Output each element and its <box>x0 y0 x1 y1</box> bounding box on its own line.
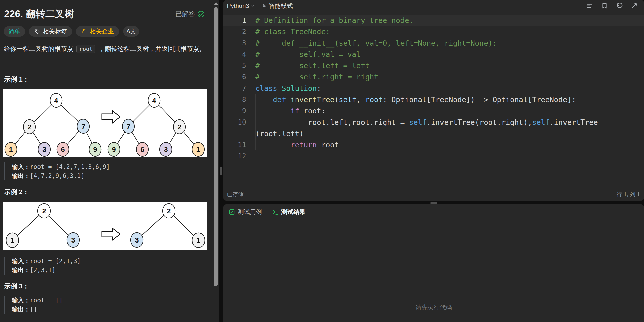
smart-mode-label: 智能模式 <box>269 2 293 10</box>
page-title: 226. 翻转二叉树 <box>4 8 74 20</box>
input-label: 输入： <box>12 258 30 264</box>
code-row: 2# class TreeNode: <box>223 26 644 37</box>
indent-guide <box>291 116 291 139</box>
invert-arrow-icon <box>102 111 120 123</box>
code-editor[interactable]: 1# Definition for a binary tree node.2# … <box>223 15 644 162</box>
language-selector[interactable]: Python3 <box>227 2 255 9</box>
example-1-tree-image: 42713694729631 <box>3 89 207 157</box>
code-line: def invertTree(self, root: Optional[Tree… <box>255 95 576 104</box>
svg-text:3: 3 <box>42 146 46 153</box>
inline-code-root: root <box>76 45 95 53</box>
code-line: (root.left) <box>255 129 304 138</box>
output-label: 输出： <box>12 306 30 313</box>
example-2-heading: 示例 2： <box>4 188 29 196</box>
saved-status: 已存储 <box>227 191 244 198</box>
fullscreen-icon[interactable] <box>630 2 638 10</box>
svg-text:4: 4 <box>152 97 156 104</box>
check-circle-icon <box>197 10 205 18</box>
code-line: class Solution: <box>255 84 321 93</box>
code-row: (root.left) <box>223 128 644 139</box>
example-3-heading: 示例 3： <box>4 282 29 291</box>
svg-text:1: 1 <box>10 236 14 244</box>
example-2-io: 输入：root = [2,1,3] 输出：[2,3,1] <box>4 257 81 275</box>
code-row: 4# self.val = val <box>223 49 644 60</box>
line-number: 5 <box>223 62 255 69</box>
code-row: 11 return root <box>223 139 644 150</box>
svg-text:1: 1 <box>196 236 200 244</box>
example-1-heading: 示例 1： <box>4 75 29 84</box>
code-line: # self.val = val <box>255 50 361 59</box>
line-number: 10 <box>223 118 255 126</box>
code-line: # def __init__(self, val=0, left=None, r… <box>255 39 497 47</box>
svg-text:9: 9 <box>112 146 116 153</box>
terminal-icon <box>272 209 279 215</box>
code-editor-panel: Python3 智能模式 <box>223 0 644 201</box>
line-number: 7 <box>223 84 255 92</box>
format-code-icon[interactable] <box>586 2 593 10</box>
output-value: [2,3,1] <box>30 267 55 274</box>
panel-resize-handle-vertical[interactable] <box>220 167 222 175</box>
svg-text:2: 2 <box>42 207 46 215</box>
panel-resize-handle-horizontal[interactable] <box>430 202 437 204</box>
cursor-position: 行 1, 列 1 <box>617 191 640 198</box>
example-2-tree-image: 213231 <box>3 202 207 250</box>
code-line: # Definition for a binary tree node. <box>255 16 414 25</box>
chevron-down-icon <box>251 4 255 8</box>
code-line: # class TreeNode: <box>255 27 330 36</box>
input-label: 输入： <box>12 297 30 304</box>
line-number: 9 <box>223 107 255 115</box>
scrollbar-up-arrow[interactable] <box>214 2 218 5</box>
editor-toolbar: Python3 智能模式 <box>223 0 644 12</box>
translate-toggle[interactable]: A文 <box>123 26 139 37</box>
console-panel: 测试用例 测试结果 请先执行代码 <box>223 204 644 322</box>
tab-testcase[interactable]: 测试用例 <box>228 208 262 216</box>
output-label: 输出： <box>12 267 30 273</box>
smart-mode-badge[interactable]: 智能模式 <box>262 2 293 10</box>
output-value: [] <box>30 306 37 313</box>
indent-guide <box>255 94 256 150</box>
code-line: # self.left = left <box>255 61 370 70</box>
input-value: root = [4,2,7,1,3,6,9] <box>30 163 110 170</box>
editor-status-bar: 已存储 行 1, 列 1 <box>223 190 644 201</box>
tab-test-result[interactable]: 测试结果 <box>272 208 305 216</box>
line-number: 8 <box>223 96 255 103</box>
checkbox-check-icon <box>228 209 235 215</box>
testcase-tab-label: 测试用例 <box>238 208 262 216</box>
output-label: 输出： <box>12 172 30 179</box>
left-panel-scrollbar[interactable] <box>214 7 218 286</box>
related-tags-button[interactable]: 相关标签 <box>29 26 72 37</box>
code-row: 6# self.right = right <box>223 71 644 83</box>
code-row: 10 root.left,root.right = self.invertTre… <box>223 116 644 128</box>
line-number: 1 <box>223 16 255 24</box>
input-value: root = [2,1,3] <box>30 258 81 265</box>
svg-text:7: 7 <box>126 123 130 130</box>
tab-separator <box>267 209 267 215</box>
description-text: ，翻转这棵二叉树，并返回其根节点。 <box>97 45 206 52</box>
difficulty-badge[interactable]: 简单 <box>4 26 25 37</box>
output-value: [4,7,2,9,6,3,1] <box>30 172 85 179</box>
related-companies-label: 相关企业 <box>90 27 114 35</box>
input-value: root = [] <box>30 297 63 304</box>
code-row: 12 <box>223 150 644 162</box>
line-number: 4 <box>223 50 255 58</box>
reset-code-icon[interactable] <box>616 2 623 10</box>
svg-text:1: 1 <box>9 146 13 153</box>
description-text: 给你一棵二叉树的根节点 <box>4 45 75 52</box>
run-code-placeholder: 请先执行代码 <box>223 303 644 311</box>
example-3-io: 输入：root = [] 输出：[] <box>4 296 63 314</box>
bookmark-icon[interactable] <box>601 2 608 10</box>
code-row: 1# Definition for a binary tree node. <box>223 15 644 26</box>
svg-text:2: 2 <box>27 123 31 131</box>
svg-text:7: 7 <box>81 123 85 130</box>
lock-icon <box>81 28 87 34</box>
line-number: 11 <box>223 141 255 149</box>
svg-text:3: 3 <box>164 146 168 153</box>
problem-description: 给你一棵二叉树的根节点 root ，翻转这棵二叉树，并返回其根节点。 <box>4 43 206 54</box>
code-line: # self.right = right <box>255 73 378 81</box>
related-companies-button[interactable]: 相关企业 <box>76 26 119 37</box>
console-tabs: 测试用例 测试结果 <box>223 204 644 219</box>
svg-text:6: 6 <box>61 146 65 153</box>
code-row: 9 if root: <box>223 105 644 116</box>
code-row: 7class Solution: <box>223 83 644 94</box>
lock-icon <box>262 3 267 8</box>
